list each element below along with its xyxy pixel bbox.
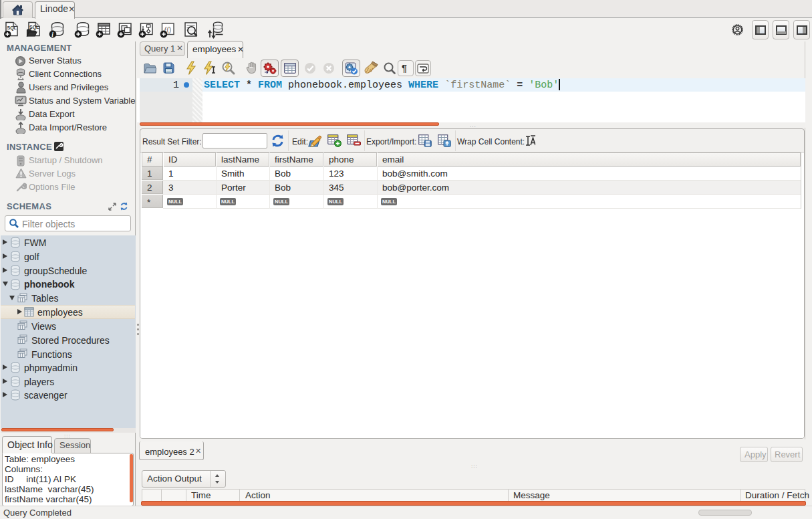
svg-text:SQL: SQL bbox=[7, 25, 17, 31]
svg-text:SQL: SQL bbox=[29, 25, 39, 30]
svg-text:(): () bbox=[167, 26, 172, 33]
svg-text:i: i bbox=[51, 31, 53, 38]
